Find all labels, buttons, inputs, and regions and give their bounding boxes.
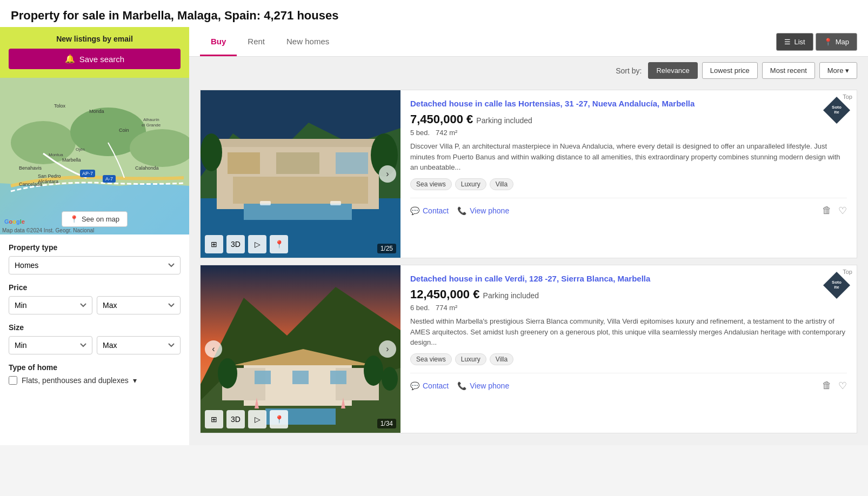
listing-tag: Luxury	[455, 178, 486, 190]
listing-title[interactable]: Detached house in calle Verdi, 128 -27, …	[410, 274, 809, 283]
svg-text:Marbella: Marbella	[62, 157, 81, 163]
sort-lowest-price-button[interactable]: Lowest price	[702, 62, 758, 79]
delete-icon-button[interactable]: 🗑	[822, 380, 832, 392]
map-view-button[interactable]: 📍 Map	[816, 33, 857, 51]
flats-checkbox[interactable]	[9, 376, 17, 385]
type-of-home-label: Type of home	[9, 363, 181, 372]
see-on-map-button[interactable]: 📍 See on map	[62, 211, 128, 227]
listing-actions: 💬 Contact 📞 View phone 🗑 ♡	[410, 373, 847, 392]
property-type-select[interactable]: Homes	[9, 256, 181, 274]
tabs-bar: Buy Rent New homes ☰ List 📍 Map	[189, 27, 868, 57]
list-icon: ☰	[784, 38, 791, 46]
map-pin-icon: 📍	[824, 38, 832, 46]
size-max-select[interactable]: Max	[97, 336, 181, 354]
listing-next-button[interactable]: ›	[379, 165, 396, 183]
listing-image	[201, 265, 400, 433]
video-icon-button[interactable]: ▷	[248, 410, 266, 428]
listing-prev-button[interactable]: ‹	[205, 340, 222, 358]
view-toggle: ☰ List 📍 Map	[776, 33, 857, 51]
tab-rent[interactable]: Rent	[237, 27, 276, 56]
listing-card: › ⊞ 3D ▷ 📍 1/25 Top Sotoite	[200, 90, 857, 258]
email-label: New listings by email	[9, 35, 181, 43]
tab-new-homes[interactable]: New homes	[276, 27, 340, 56]
3d-tour-icon-button[interactable]: 3D	[226, 235, 245, 253]
type-of-home-filter: Type of home Flats, penthouses and duple…	[9, 363, 181, 385]
bell-icon: 🔔	[65, 54, 75, 64]
svg-text:AP-7: AP-7	[82, 171, 93, 176]
contact-button[interactable]: 💬 Contact	[410, 206, 449, 215]
listing-price: 12,450,000 € Parking included	[410, 287, 847, 301]
listing-tag: Villa	[490, 353, 513, 365]
svg-point-35	[201, 133, 222, 171]
svg-rect-47	[330, 371, 346, 384]
listing-description: Discover Villa P, an architectural maste…	[410, 141, 847, 173]
listing-counter: 1/34	[377, 419, 396, 428]
view-phone-button[interactable]: 📞 View phone	[457, 381, 509, 390]
list-label: List	[794, 38, 805, 46]
listing-title[interactable]: Detached house in calle las Hortensias, …	[410, 99, 809, 108]
sort-most-recent-button[interactable]: Most recent	[762, 62, 815, 79]
svg-rect-31	[244, 204, 352, 220]
phone-icon: 📞	[457, 206, 466, 215]
price-max-select[interactable]: Max	[97, 296, 181, 314]
page-header: Property for sale in Marbella, Malaga, S…	[0, 0, 868, 27]
svg-text:el Grande: el Grande	[142, 123, 161, 128]
save-search-button[interactable]: 🔔 Save search	[9, 49, 181, 69]
map-placeholder: Benahavis Marbella San Pedro Alcántara C…	[0, 78, 189, 234]
listing-image	[201, 90, 400, 258]
agency-logo: Sotoite	[823, 97, 850, 124]
sort-relevance-button[interactable]: Relevance	[648, 62, 697, 79]
listing-specs: 6 bed. 774 m²	[410, 304, 847, 312]
floor-plan-icon-button[interactable]: ⊞	[205, 235, 223, 253]
floor-plan-icon-button[interactable]: ⊞	[205, 410, 223, 428]
size-label: Size	[9, 323, 181, 332]
svg-rect-45	[255, 371, 271, 384]
save-search-label: Save search	[79, 55, 124, 64]
list-view-button[interactable]: ☰ List	[776, 33, 813, 51]
agency-logo: Sotoite	[823, 272, 850, 299]
delete-icon-button[interactable]: 🗑	[822, 205, 832, 217]
map-label: Map	[836, 38, 849, 46]
view-phone-label: View phone	[470, 381, 509, 390]
listing-counter: 1/25	[377, 244, 396, 253]
favorite-icon-button[interactable]: ♡	[838, 380, 847, 392]
listings: › ⊞ 3D ▷ 📍 1/25 Top Sotoite	[189, 84, 868, 445]
listing-image-wrap: ‹ › ⊞ 3D ▷ 📍 1/34	[201, 265, 400, 433]
listing-action-icons: 🗑 ♡	[822, 380, 847, 392]
svg-text:Cancelada: Cancelada	[19, 182, 42, 187]
sort-bar: Sort by: Relevance Lowest price Most rec…	[189, 57, 868, 84]
sort-more-button[interactable]: More	[819, 62, 857, 79]
contact-button[interactable]: 💬 Contact	[410, 381, 449, 390]
listing-tag: Sea views	[410, 353, 452, 365]
view-phone-button[interactable]: 📞 View phone	[457, 206, 509, 215]
listing-next-button[interactable]: ›	[379, 340, 396, 358]
listing-tag: Villa	[490, 178, 513, 190]
svg-text:San Pedro: San Pedro	[38, 173, 61, 179]
listing-tag: Luxury	[455, 353, 486, 365]
svg-text:Benahavis: Benahavis	[19, 165, 42, 171]
svg-text:Coin: Coin	[119, 128, 129, 133]
main-content: Buy Rent New homes ☰ List 📍 Map Sort by:…	[189, 27, 868, 445]
tab-buy[interactable]: Buy	[200, 27, 237, 56]
location-pin-icon-button[interactable]: 📍	[270, 235, 288, 253]
listing-icons: ⊞ 3D ▷ 📍	[205, 235, 288, 253]
svg-point-53	[382, 367, 398, 391]
listing-specs: 5 bed. 742 m²	[410, 129, 847, 137]
favorite-icon-button[interactable]: ♡	[838, 205, 847, 217]
svg-rect-37	[330, 201, 341, 205]
listing-price: 7,450,000 € Parking included	[410, 112, 847, 126]
svg-text:Tolox: Tolox	[54, 103, 66, 109]
price-min-select[interactable]: Min	[9, 296, 92, 314]
listing-actions: 💬 Contact 📞 View phone 🗑 ♡	[410, 198, 847, 217]
map-container: Benahavis Marbella San Pedro Alcántara C…	[0, 78, 189, 234]
video-icon-button[interactable]: ▷	[248, 235, 266, 253]
listing-tag: Sea views	[410, 178, 452, 190]
flats-checkbox-label[interactable]: Flats, penthouses and duplexes ▾	[9, 376, 181, 385]
listing-tags: Sea views Luxury Villa	[410, 178, 847, 190]
3d-tour-icon-button[interactable]: 3D	[226, 410, 245, 428]
svg-text:Alhaurín: Alhaurín	[143, 117, 159, 122]
size-min-select[interactable]: Min	[9, 336, 92, 354]
location-pin-icon-button[interactable]: 📍	[270, 410, 288, 428]
property-type-filter: Property type Homes	[9, 243, 181, 274]
listing-card: ‹ › ⊞ 3D ▷ 📍 1/34 Top Sotoite	[200, 265, 857, 433]
